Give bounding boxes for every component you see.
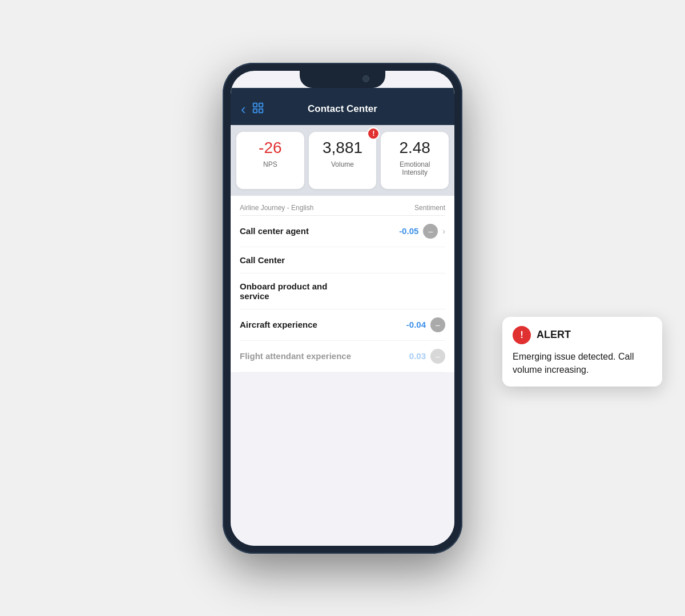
list-item-label: Flight attendant experience: [240, 351, 351, 361]
app-header: ‹ Contact Center: [231, 96, 454, 125]
phone-shell: ‹ Contact Center -26: [223, 63, 462, 554]
metric-card-volume[interactable]: ! 3,881 Volume: [309, 132, 377, 189]
alert-icon: !: [513, 326, 531, 344]
list-header: Airline Journey - English Sentiment: [240, 196, 445, 216]
minus-icon: –: [423, 224, 438, 239]
phone-inner: ‹ Contact Center -26: [231, 71, 454, 546]
sentiment-value: -0.04: [406, 320, 426, 329]
metric-volume-value: 3,881: [323, 140, 362, 156]
minus-icon: –: [430, 317, 445, 332]
list-item[interactable]: Aircraft experience -0.04 –: [240, 309, 445, 341]
svg-rect-3: [259, 108, 263, 112]
svg-rect-1: [259, 103, 263, 106]
list-item-right: 0.03 –: [409, 349, 445, 364]
sentiment-value: 0.03: [409, 351, 426, 361]
metric-emotion-label: Emotional Intensity: [386, 160, 443, 176]
list-col-right: Sentiment: [414, 204, 445, 212]
alert-title: ALERT: [537, 329, 571, 341]
chevron-right-icon: ›: [442, 227, 445, 236]
list-item[interactable]: Call Center: [240, 247, 445, 273]
list-item-label: Aircraft experience: [240, 320, 317, 329]
page-title: Contact Center: [308, 103, 377, 115]
alert-popup-header: ! ALERT: [513, 326, 652, 344]
volume-alert-badge: !: [367, 127, 380, 140]
list-item[interactable]: Onboard product and service: [240, 273, 445, 309]
alert-message: Emerging issue detected. Call volume inc…: [513, 350, 652, 376]
list-item[interactable]: Call center agent -0.05 – ›: [240, 216, 445, 247]
scene: ‹ Contact Center -26: [86, 37, 599, 579]
svg-rect-2: [253, 108, 256, 112]
metric-card-emotion[interactable]: 2.48 Emotional Intensity: [381, 132, 449, 189]
list-item-right: -0.05 – ›: [399, 224, 445, 239]
minus-icon: –: [430, 349, 445, 364]
metrics-section: -26 NPS ! 3,881 Volume 2.48 Emotional In…: [231, 125, 454, 196]
notch-camera: [362, 75, 369, 82]
metric-nps-label: NPS: [263, 160, 277, 168]
metric-volume-label: Volume: [331, 160, 354, 168]
list-col-left: Airline Journey - English: [240, 204, 313, 212]
metric-card-nps[interactable]: -26 NPS: [236, 132, 304, 189]
metric-emotion-value: 2.48: [399, 140, 430, 156]
list-item-label: Call Center: [240, 255, 285, 265]
metric-nps-value: -26: [259, 140, 281, 156]
list-section: Airline Journey - English Sentiment Call…: [231, 196, 454, 372]
svg-rect-0: [253, 103, 256, 106]
grid-icon[interactable]: [252, 102, 264, 117]
alert-popup: ! ALERT Emerging issue detected. Call vo…: [502, 317, 662, 386]
back-button[interactable]: ‹: [241, 102, 246, 116]
notch: [300, 71, 385, 88]
list-item[interactable]: Flight attendant experience 0.03 –: [240, 341, 445, 372]
sentiment-value: -0.05: [399, 226, 418, 236]
status-bar: [231, 88, 454, 96]
list-item-label: Call center agent: [240, 226, 309, 236]
screen: ‹ Contact Center -26: [231, 88, 454, 546]
list-item-label: Onboard product and service: [240, 281, 353, 301]
list-item-right: -0.04 –: [406, 317, 445, 332]
